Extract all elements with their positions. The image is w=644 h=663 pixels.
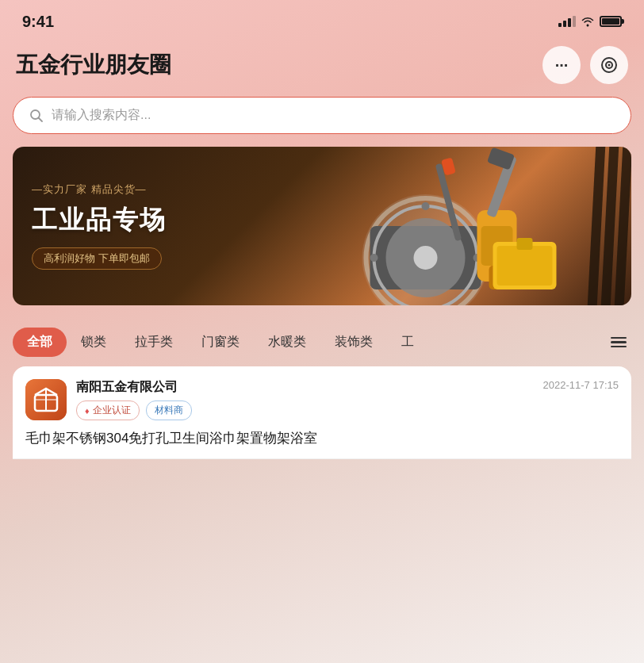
- post-list: 南阳五金有限公司 ♦ 企业认证 材料商 2022-11-7 17:15 毛巾架不…: [13, 366, 631, 459]
- svg-line-4: [39, 117, 43, 121]
- category-menu-button[interactable]: [606, 332, 631, 353]
- camera-icon: [600, 56, 619, 75]
- post-header: 南阳五金有限公司 ♦ 企业认证 材料商 2022-11-7 17:15: [25, 379, 619, 420]
- category-item-more[interactable]: 工: [387, 328, 428, 357]
- more-dots-icon: ···: [555, 56, 569, 75]
- banner[interactable]: —实力厂家 精品尖货— 工业品专场 高利润好物 下单即包邮: [13, 147, 631, 305]
- category-item-lock[interactable]: 锁类: [67, 328, 121, 357]
- category-bar: 全部 锁类 拉手类 门窗类 水暖类 装饰类 工: [0, 318, 644, 366]
- menu-line-3: [611, 346, 627, 348]
- more-button[interactable]: ···: [542, 46, 581, 84]
- header-actions: ···: [542, 46, 628, 84]
- avatar-icon: [25, 379, 67, 420]
- search-icon: [29, 109, 44, 123]
- material-tag: 材料商: [146, 400, 192, 420]
- company-name: 南阳五金有限公司: [76, 379, 534, 396]
- wifi-icon: [581, 16, 595, 27]
- camera-button[interactable]: [590, 46, 628, 84]
- category-item-handle[interactable]: 拉手类: [121, 328, 187, 357]
- status-bar: 9:41: [0, 0, 644, 40]
- category-item-plumbing[interactable]: 水暖类: [254, 328, 320, 357]
- company-tags: ♦ 企业认证 材料商: [76, 400, 534, 420]
- material-label: 材料商: [155, 404, 183, 416]
- cert-label: 企业认证: [93, 404, 131, 417]
- banner-content: —实力厂家 精品尖货— 工业品专场 高利润好物 下单即包邮: [13, 167, 631, 286]
- avatar: [25, 379, 67, 420]
- search-placeholder: 请输入搜索内容...: [52, 107, 615, 124]
- post-time: 2022-11-7 17:15: [543, 379, 619, 391]
- signal-icon: [558, 16, 576, 27]
- menu-line-2: [611, 341, 627, 343]
- category-item-all[interactable]: 全部: [13, 328, 67, 357]
- diamond-icon: ♦: [85, 406, 90, 416]
- battery-icon: [600, 16, 622, 27]
- post-info: 南阳五金有限公司 ♦ 企业认证 材料商: [76, 379, 534, 420]
- post-title: 毛巾架不锈钢304免打孔卫生间浴巾架置物架浴室: [25, 428, 619, 449]
- banner-subtitle: —实力厂家 精品尖货—: [32, 182, 612, 197]
- page-title: 五金行业朋友圈: [16, 50, 171, 80]
- cert-tag: ♦ 企业认证: [76, 400, 140, 420]
- category-item-decor[interactable]: 装饰类: [320, 328, 387, 357]
- status-time: 9:41: [22, 13, 54, 31]
- search-bar[interactable]: 请输入搜索内容...: [13, 97, 631, 134]
- header: 五金行业朋友圈 ···: [0, 40, 644, 97]
- category-item-door[interactable]: 门窗类: [187, 328, 254, 357]
- post-item[interactable]: 南阳五金有限公司 ♦ 企业认证 材料商 2022-11-7 17:15 毛巾架不…: [13, 366, 631, 459]
- menu-line-1: [611, 337, 627, 339]
- banner-title: 工业品专场: [32, 203, 612, 238]
- banner-tag: 高利润好物 下单即包邮: [32, 247, 162, 270]
- svg-point-2: [608, 64, 611, 67]
- status-icons: [558, 16, 622, 27]
